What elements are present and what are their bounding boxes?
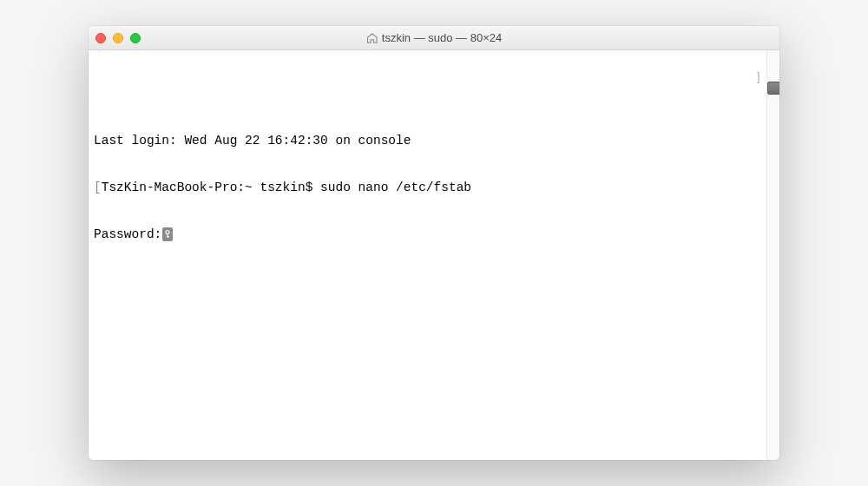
right-bracket: ]: [754, 69, 762, 85]
svg-rect-1: [168, 233, 168, 238]
left-bracket: [: [94, 181, 102, 194]
minimize-button[interactable]: [113, 33, 123, 43]
close-button[interactable]: [95, 33, 106, 43]
prompt-host: TszKin-MacBook-Pro:~ tszkin$: [102, 181, 320, 194]
prompt-line: [TszKin-MacBook-Pro:~ tszkin$ sudo nano …: [94, 180, 760, 195]
terminal-body[interactable]: Last login: Wed Aug 22 16:42:30 on conso…: [89, 50, 779, 460]
titlebar: tszkin — sudo — 80×24: [89, 26, 779, 50]
scrollbar-thumb[interactable]: [767, 82, 779, 95]
svg-rect-2: [168, 236, 170, 237]
last-login-line: Last login: Wed Aug 22 16:42:30 on conso…: [94, 133, 760, 148]
traffic-lights: [95, 33, 141, 43]
terminal-content: Last login: Wed Aug 22 16:42:30 on conso…: [94, 101, 774, 273]
svg-point-0: [166, 231, 169, 234]
password-line: Password:: [94, 227, 760, 242]
password-label: Password:: [94, 227, 161, 241]
prompt-command: sudo nano /etc/fstab: [320, 181, 471, 194]
window-title-text: tszkin — sudo — 80×24: [382, 31, 502, 44]
terminal-window: tszkin — sudo — 80×24 Last login: Wed Au…: [89, 26, 779, 460]
key-icon: [162, 227, 173, 241]
home-icon: [366, 32, 378, 44]
window-title: tszkin — sudo — 80×24: [366, 31, 502, 44]
maximize-button[interactable]: [130, 33, 141, 43]
scrollbar-track[interactable]: [766, 50, 779, 460]
